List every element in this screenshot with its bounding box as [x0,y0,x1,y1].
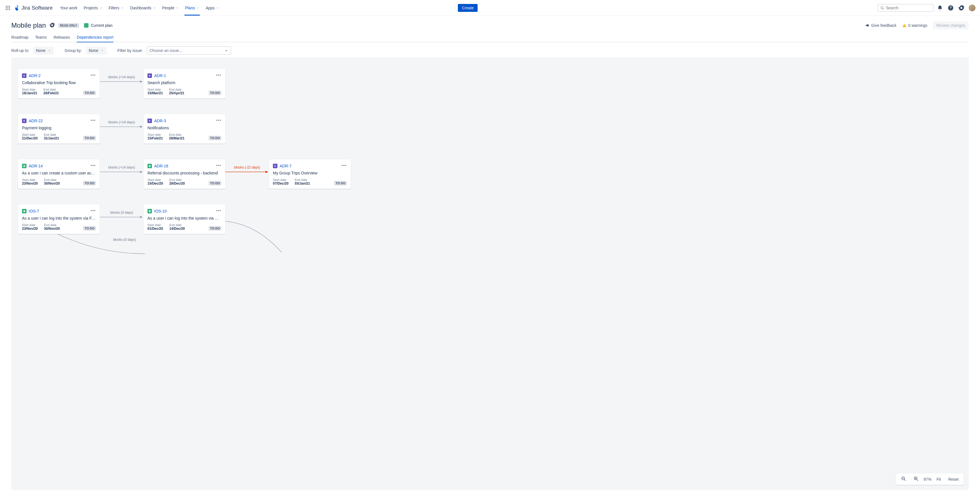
tab-dependencies-report[interactable]: Dependencies report [77,33,113,42]
nav-item-apps[interactable]: Apps [203,4,222,12]
zoom-reset-button[interactable]: Reset [946,476,961,483]
start-date: 23/Nov/20 [22,182,38,185]
help-icon[interactable] [946,3,955,13]
scenario-color-swatch [84,23,89,28]
issue-card[interactable]: ADR-2 Collaborative Trip booking flow St… [18,69,100,99]
start-date: 18/Jan/21 [22,91,37,95]
chevron-down-icon [224,49,228,53]
settings-icon[interactable] [957,3,966,13]
status-lozenge: TO DO [83,136,96,140]
groupby-select[interactable]: None [86,46,107,54]
warnings-button[interactable]: 0 warnings [902,23,928,28]
dependency-label: blocks (+14 days) [105,165,138,169]
groupby-label: Group by: [65,48,82,53]
issue-key-link[interactable]: ADR-1 [154,73,166,78]
scenario-label: Current plan [91,23,113,28]
issue-key-link[interactable]: IOS-7 [29,209,39,213]
status-lozenge: TO DO [83,226,96,231]
review-changes-button[interactable]: Review changes [933,21,969,29]
dependency-row: ADR-14 As a user i can create a custom u… [18,159,962,204]
issue-key-link[interactable]: ADR-14 [29,164,43,168]
tab-roadmap[interactable]: Roadmap [11,33,29,42]
status-lozenge: TO DO [208,181,221,185]
app-switcher-icon[interactable] [3,3,13,13]
start-date: 15/Mar/21 [148,91,163,95]
dependency-label: blocks (0 days) [105,211,138,214]
status-lozenge: TO DO [334,181,347,185]
page-header: Mobile plan READ-ONLY Current plan Give … [11,21,969,29]
search-input[interactable] [886,6,931,10]
issue-card[interactable]: ADR-18 Referral discounts processing - b… [143,159,225,189]
issue-key-link[interactable]: ADR-18 [154,164,168,168]
start-date: 15/Feb/21 [148,136,163,140]
chevron-down-icon [216,6,219,9]
deps-toolbar: Roll-up to: None Group by: None Filter b… [11,42,969,57]
issue-card[interactable]: IOS-10 As a user i can log into the syst… [143,204,225,234]
nav-item-people[interactable]: People [159,4,182,12]
issue-card[interactable]: IOS-7 As a user i can log into the syste… [18,204,100,234]
scenario-selector[interactable]: Current plan [84,23,113,28]
zoom-value: 97% [924,477,932,482]
card-actions-menu[interactable] [216,72,221,79]
issue-card[interactable]: ADR-22 Payment logging Start date21/Dec/… [18,114,100,144]
card-actions-menu[interactable] [90,117,96,124]
zoom-fit-button[interactable]: Fit [934,476,943,483]
end-date: 30/Nov/20 [44,227,60,231]
profile-avatar[interactable] [967,3,977,13]
chevron-down-icon [48,49,51,52]
filter-issue-picker[interactable]: Choose an issue... [146,46,231,55]
rollup-select[interactable]: None [33,46,54,54]
issue-summary: Search platform [148,80,221,85]
issue-key-link[interactable]: ADR-7 [280,164,291,168]
issue-key-link[interactable]: ADR-3 [154,118,166,123]
start-date: 01/Dec/20 [148,227,163,231]
epic-issuetype-icon [22,118,27,123]
issue-card[interactable]: ADR-1 Search platform Start date15/Mar/2… [143,69,225,99]
status-lozenge: TO DO [208,226,221,231]
tab-releases[interactable]: Releases [54,33,70,42]
issue-card[interactable]: ADR-7 My Group Trips Overview Start date… [269,159,351,189]
card-actions-menu[interactable] [216,208,221,214]
issue-card[interactable]: ADR-3 Notifications Start date15/Feb/21 … [143,114,225,144]
top-nav: Jira Software Your workProjectsFiltersDa… [0,0,980,16]
plan-settings-icon[interactable] [49,22,55,29]
readonly-badge: READ-ONLY [58,23,79,28]
create-button[interactable]: Create [458,4,477,12]
status-lozenge: TO DO [208,91,221,95]
dependency-label: blocks (-22 days) [231,165,263,169]
issue-key-link[interactable]: ADR-2 [29,73,41,78]
dependency-label: blocks (+14 days) [105,75,138,79]
zoom-out-button[interactable] [899,475,908,483]
product-logo[interactable]: Jira Software [14,5,53,11]
issue-key-link[interactable]: ADR-22 [29,118,43,123]
issue-summary: My Group Trips Overview [273,171,347,175]
card-actions-menu[interactable] [90,208,96,214]
card-actions-menu[interactable] [90,72,96,79]
give-feedback-link[interactable]: Give feedback [865,23,897,28]
notifications-icon[interactable] [935,3,945,13]
card-actions-menu[interactable] [216,117,221,124]
nav-item-your-work[interactable]: Your work [57,4,80,12]
global-search[interactable] [877,4,934,12]
issue-summary: Notifications [148,126,221,130]
zoom-in-button[interactable] [911,475,921,483]
end-date: 30/Nov/20 [44,182,60,185]
end-date: 28/Mar/21 [169,136,185,140]
card-actions-menu[interactable] [341,163,347,169]
nav-item-plans[interactable]: Plans [182,4,202,12]
card-actions-menu[interactable] [90,163,96,169]
end-date: 25/Apr/21 [169,91,185,95]
tab-teams[interactable]: Teams [35,33,47,42]
issue-key-link[interactable]: IOS-10 [154,209,167,213]
end-date: 31/Jan/21 [44,136,59,140]
issue-card[interactable]: ADR-14 As a user i can create a custom u… [18,159,100,189]
nav-item-projects[interactable]: Projects [81,4,105,12]
nav-item-dashboards[interactable]: Dashboards [127,4,159,12]
dependencies-canvas[interactable]: ADR-2 Collaborative Trip booking flow St… [11,57,969,490]
nav-item-filters[interactable]: Filters [106,4,127,12]
chevron-down-icon [153,6,156,9]
epic-issuetype-icon [22,73,27,78]
product-name: Jira Software [21,5,53,11]
card-actions-menu[interactable] [216,163,221,169]
start-date: 21/Dec/20 [22,136,38,140]
